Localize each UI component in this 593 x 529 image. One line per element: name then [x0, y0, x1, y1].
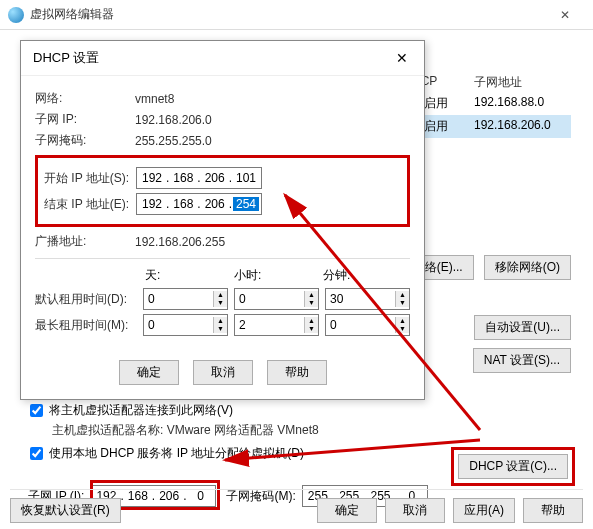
max-lease-hours[interactable]: ▲▼: [234, 314, 319, 336]
default-lease-hours[interactable]: ▲▼: [234, 288, 319, 310]
adapter-name-label: 主机虚拟适配器名称: VMware 网络适配器 VMnet8: [52, 422, 573, 439]
nat-settings-button[interactable]: NAT 设置(S)...: [473, 348, 571, 373]
spin-down-icon[interactable]: ▼: [214, 299, 227, 307]
close-icon[interactable]: ✕: [545, 8, 585, 22]
dhcp-ok-button[interactable]: 确定: [119, 360, 179, 385]
max-lease-minutes[interactable]: ▲▼: [325, 314, 410, 336]
start-ip-input[interactable]: . . .: [136, 167, 262, 189]
apply-button[interactable]: 应用(A): [453, 498, 515, 523]
default-lease-days[interactable]: ▲▼: [143, 288, 228, 310]
remove-network-button[interactable]: 移除网络(O): [484, 255, 571, 280]
table-row[interactable]: 已启用 192.168.88.0: [404, 92, 571, 115]
help-button[interactable]: 帮助: [523, 498, 583, 523]
subnet-value: 192.168.206.0: [135, 113, 212, 127]
dhcp-cancel-button[interactable]: 取消: [193, 360, 253, 385]
auto-settings-button[interactable]: 自动设置(U)...: [474, 315, 571, 340]
network-table-body: 已启用 192.168.88.0 已启用 192.168.206.0: [404, 92, 571, 138]
broadcast-value: 192.168.206.255: [135, 235, 225, 249]
table-row[interactable]: 已启用 192.168.206.0: [404, 115, 571, 138]
window-titlebar: 虚拟网络编辑器 ✕: [0, 0, 593, 30]
dhcp-dialog-title: DHCP 设置: [33, 49, 392, 67]
network-value: vmnet8: [135, 92, 174, 106]
dhcp-dialog-close-icon[interactable]: ✕: [392, 50, 412, 66]
restore-defaults-button[interactable]: 恢复默认设置(R): [10, 498, 121, 523]
use-dhcp-checkbox-input[interactable]: [30, 447, 43, 460]
ok-button[interactable]: 确定: [317, 498, 377, 523]
table-empty-dash: -: [527, 96, 531, 110]
max-lease-days[interactable]: ▲▼: [143, 314, 228, 336]
dhcp-settings-button[interactable]: DHCP 设置(C)...: [458, 454, 568, 479]
dhcp-help-button[interactable]: 帮助: [267, 360, 327, 385]
dhcp-dialog: DHCP 设置 ✕ 网络:vmnet8 子网 IP:192.168.206.0 …: [20, 40, 425, 400]
spin-up-icon[interactable]: ▲: [214, 291, 227, 299]
window-title: 虚拟网络编辑器: [30, 6, 545, 23]
dhcp-settings-highlight: DHCP 设置(C)...: [451, 447, 575, 486]
default-lease-minutes[interactable]: ▲▼: [325, 288, 410, 310]
mask-value: 255.255.255.0: [135, 134, 212, 148]
cancel-button[interactable]: 取消: [385, 498, 445, 523]
lease-time-header: 天: 小时: 分钟:: [35, 267, 410, 284]
dialog-footer: 恢复默认设置(R) 确定 取消 应用(A) 帮助: [10, 489, 583, 523]
ip-range-highlight: 开始 IP 地址(S): . . . 结束 IP 地址(E): . . .: [35, 155, 410, 227]
app-icon: [8, 7, 24, 23]
connect-host-checkbox-input[interactable]: [30, 404, 43, 417]
connect-host-checkbox[interactable]: 将主机虚拟适配器连接到此网络(V): [30, 402, 573, 419]
end-ip-input[interactable]: . . .: [136, 193, 262, 215]
